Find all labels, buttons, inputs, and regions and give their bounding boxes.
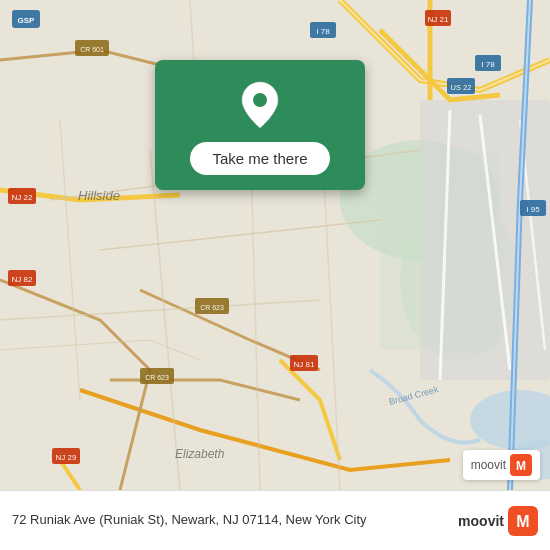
- svg-text:CR 623: CR 623: [145, 374, 169, 381]
- moovit-logo-icon: M: [508, 506, 538, 536]
- svg-point-39: [253, 93, 267, 107]
- bottom-bar: 72 Runiak Ave (Runiak St), Newark, NJ 07…: [0, 490, 550, 550]
- map-container: GSP CR 601 NJ 21 I 78 I 78 US 22 I 95 NJ…: [0, 0, 550, 490]
- moovit-brand-icon: M: [510, 454, 532, 476]
- svg-text:CR 601: CR 601: [80, 46, 104, 53]
- location-pin-icon: [238, 80, 282, 130]
- svg-text:NJ 82: NJ 82: [12, 275, 33, 284]
- moovit-label: moovit: [458, 513, 504, 529]
- moovit-logo: moovit M: [458, 506, 538, 536]
- svg-text:I 78: I 78: [481, 60, 495, 69]
- moovit-watermark-text: moovit: [471, 458, 506, 472]
- svg-text:NJ 21: NJ 21: [428, 15, 449, 24]
- svg-text:M: M: [516, 459, 526, 473]
- svg-rect-4: [420, 100, 550, 380]
- svg-text:NJ 29: NJ 29: [56, 453, 77, 462]
- address-text: 72 Runiak Ave (Runiak St), Newark, NJ 07…: [12, 511, 458, 529]
- svg-text:I 78: I 78: [316, 27, 330, 36]
- moovit-watermark: moovit M: [463, 450, 540, 480]
- svg-text:I 95: I 95: [526, 205, 540, 214]
- svg-text:Elizabeth: Elizabeth: [175, 447, 225, 461]
- svg-text:M: M: [516, 513, 529, 530]
- svg-text:NJ 22: NJ 22: [12, 193, 33, 202]
- svg-text:NJ 81: NJ 81: [294, 360, 315, 369]
- take-me-there-button[interactable]: Take me there: [190, 142, 329, 175]
- location-card: Take me there: [155, 60, 365, 190]
- svg-text:CR 623: CR 623: [200, 304, 224, 311]
- svg-text:US 22: US 22: [451, 83, 472, 92]
- svg-text:GSP: GSP: [18, 16, 36, 25]
- svg-text:Hillside: Hillside: [78, 188, 120, 203]
